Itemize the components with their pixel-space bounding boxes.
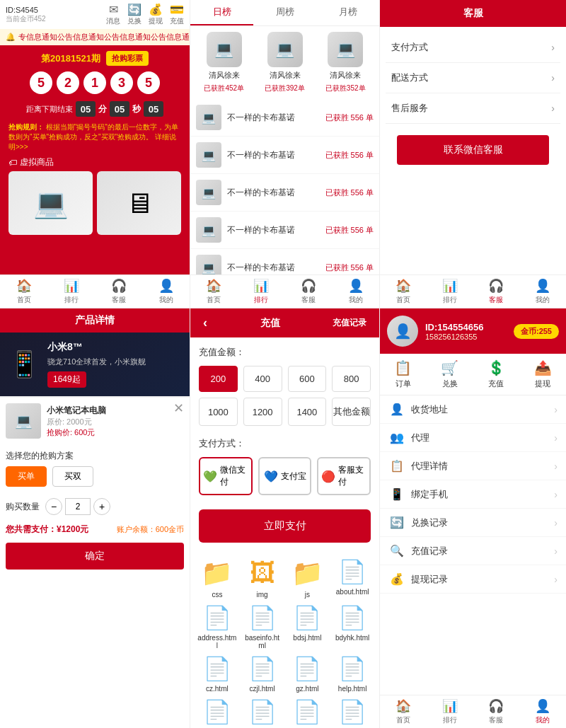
nav-home-br[interactable]: 🏠首页 <box>380 698 427 725</box>
recharge-body: 充值金额： 200 400 600 800 1000 1200 1400 其他金… <box>190 337 379 551</box>
list-item[interactable]: 💻 不一样的卡布基诺 已获胜 556 单 <box>190 137 379 174</box>
file-item-czjl[interactable]: 📄 czjl.html <box>243 655 282 693</box>
nav-rank-br[interactable]: 📊排行 <box>427 698 473 725</box>
rules-text: 抢购规则： 根据当期"揭号号码"的最后一位数字，为单数则为"买单"抢购成功，反之… <box>6 122 184 152</box>
list-item[interactable]: 💻 不一样的卡布基诺 已获胜 556 单 <box>190 249 379 275</box>
file-item-manifest[interactable]: 📄 manifest.json <box>243 698 282 728</box>
chevron-right-icon: › <box>551 103 555 114</box>
plan-double-button[interactable]: 买双 <box>52 466 93 487</box>
plan-single-button[interactable]: 买单 <box>6 466 47 487</box>
nav-home-tl[interactable]: 🏠首页 <box>0 278 47 305</box>
nav-service-tl[interactable]: 🎧客服 <box>95 278 142 305</box>
quantity-increase-button[interactable]: + <box>93 498 110 515</box>
nav-rank-tl[interactable]: 📊排行 <box>47 278 95 305</box>
amount-200[interactable]: 200 <box>199 366 238 392</box>
nav-rank-tr[interactable]: 📊排行 <box>427 278 473 305</box>
popup-product-icon: 💻 <box>6 403 41 439</box>
amount-1000[interactable]: 1000 <box>199 398 238 426</box>
file-item-gz[interactable]: 📄 gz.html <box>288 655 328 693</box>
alipay-method[interactable]: 💙 支付宝 <box>258 457 312 495</box>
wechat-service-button[interactable]: 联系微信客服 <box>397 135 549 165</box>
quantity-decrease-button[interactable]: − <box>45 498 62 515</box>
amount-1200[interactable]: 1200 <box>243 398 282 426</box>
list-item[interactable]: 💻 不一样的卡布基诺 已获胜 556 单 <box>190 174 379 212</box>
menu-shipping-address[interactable]: 👤 收货地址 › <box>380 395 566 424</box>
wechat-pay-icon: 💚 <box>203 470 217 483</box>
tab-monthly[interactable]: 月榜 <box>316 0 379 25</box>
amount-other[interactable]: 其他金额 <box>332 398 371 426</box>
menu-bind-phone[interactable]: 📱 绑定手机 › <box>380 480 566 509</box>
withdraw-icon[interactable]: 💰提现 <box>149 3 163 26</box>
recharge-record-icon: 🔍 <box>388 544 405 557</box>
chevron-right-icon: › <box>554 517 558 528</box>
tab-weekly[interactable]: 周榜 <box>253 0 316 25</box>
popup-close-icon[interactable]: ✕ <box>173 400 184 416</box>
nav-service-br[interactable]: 🎧客服 <box>473 698 520 725</box>
after-sales-item[interactable]: 售后服务 › <box>386 93 560 124</box>
quick-exchange-button[interactable]: 🛒 兑换 <box>427 359 473 389</box>
account-quick-btns: 📋 订单 🛒 兑换 💲 充值 📤 提现 <box>380 354 566 395</box>
exchange-record-icon: 🔄 <box>388 516 405 529</box>
nav-service-tm[interactable]: 🎧客服 <box>285 278 333 305</box>
quick-order-button[interactable]: 📋 订单 <box>380 359 427 389</box>
amount-800[interactable]: 800 <box>332 366 371 392</box>
file-item-my[interactable]: 📄 my.html <box>288 698 328 728</box>
cs-pay-method[interactable]: 🔴 客服支付 <box>317 457 371 495</box>
product-laptop[interactable]: 💻 <box>8 171 93 235</box>
file-item-about[interactable]: 📄 about.html <box>333 558 372 599</box>
amount-400[interactable]: 400 <box>243 366 282 392</box>
file-item-cz[interactable]: 📄 cz.html <box>197 655 237 693</box>
message-icon[interactable]: ✉消息 <box>106 3 120 26</box>
amount-1400[interactable]: 1400 <box>288 398 327 426</box>
nav-mine-tl[interactable]: 👤我的 <box>142 278 190 305</box>
list-item[interactable]: 💻 不一样的卡布基诺 已获胜 556 单 <box>190 212 379 249</box>
menu-agent[interactable]: 👥 代理 › <box>380 424 566 452</box>
file-item-bdsj[interactable]: 📄 bdsj.html <box>288 604 328 649</box>
pay-now-button[interactable]: 立即支付 <box>199 509 371 543</box>
product-banner-icon: 📱 <box>8 349 40 379</box>
recharge-icon[interactable]: 💳充值 <box>170 3 184 26</box>
file-item-index[interactable]: 📄 index.html <box>197 698 237 728</box>
delivery-method-item[interactable]: 配送方式 › <box>386 63 560 93</box>
product-tv[interactable]: 🖥 <box>97 171 181 235</box>
file-item-img[interactable]: 🖼 img <box>243 558 282 599</box>
amount-600[interactable]: 600 <box>288 366 327 392</box>
wechat-pay-method[interactable]: 💚 微信支付 <box>199 457 253 495</box>
menu-recharge-record[interactable]: 🔍 充值记录 › <box>380 537 566 565</box>
file-item-newaddress[interactable]: 📄 new_address.html <box>333 698 372 728</box>
list-item[interactable]: 💻 不一样的卡布基诺 已获胜 556 单 <box>190 99 379 137</box>
rank-list: 💻 不一样的卡布基诺 已获胜 556 单 💻 不一样的卡布基诺 已获胜 556 … <box>190 99 379 275</box>
payment-method-item[interactable]: 支付方式 › <box>386 33 560 63</box>
file-item-address[interactable]: 📄 address.html <box>197 604 237 649</box>
lottery-buy-button[interactable]: 抢购彩票 <box>106 51 149 66</box>
nav-mine-tr[interactable]: 👤我的 <box>519 278 566 305</box>
tab-daily[interactable]: 日榜 <box>190 0 253 25</box>
exchange-icon: 🛒 <box>441 359 458 376</box>
menu-exchange-record[interactable]: 🔄 兑换记录 › <box>380 509 566 537</box>
popup-info: 小米笔记本电脑 原价: 2000元 抢购价: 600元 <box>47 405 184 438</box>
snatch-plan: 选择您的抢购方案 买单 买双 <box>0 444 190 492</box>
file-item-bdyhk[interactable]: 📄 bdyhk.html <box>333 604 372 649</box>
file-icon: 📄 <box>203 698 231 725</box>
back-button[interactable]: ‹ <box>197 316 213 330</box>
quick-recharge-button[interactable]: 💲 充值 <box>473 359 520 389</box>
nav-service-tr[interactable]: 🎧客服 <box>473 278 520 305</box>
tr-bottom-nav: 🏠首页 📊排行 🎧客服 👤我的 <box>380 275 566 308</box>
quick-withdraw-button[interactable]: 📤 提现 <box>519 359 566 389</box>
confirm-button[interactable]: 确定 <box>6 543 184 570</box>
nav-home-tm[interactable]: 🏠首页 <box>190 278 238 305</box>
file-icon: 📄 <box>338 655 366 682</box>
nav-mine-tm[interactable]: 👤我的 <box>332 278 379 305</box>
nav-rank-tm[interactable]: 📊排行 <box>238 278 285 305</box>
file-item-js[interactable]: 📁 js <box>288 558 328 599</box>
recharge-record-link[interactable]: 充值记录 <box>327 317 372 329</box>
menu-agent-detail[interactable]: 📋 代理详情 › <box>380 452 566 480</box>
product-detail-title: 产品详情 <box>0 308 190 333</box>
file-item-css[interactable]: 📁 css <box>197 558 237 599</box>
file-item-baseinfo[interactable]: 📄 baseinfo.html <box>243 604 282 649</box>
file-item-help[interactable]: 📄 help.html <box>333 655 372 693</box>
nav-home-tr[interactable]: 🏠首页 <box>380 278 427 305</box>
exchange-icon[interactable]: 🔄兑换 <box>127 3 142 26</box>
menu-withdraw-record[interactable]: 💰 提现记录 › <box>380 565 566 594</box>
nav-mine-br[interactable]: 👤我的 <box>519 698 566 725</box>
